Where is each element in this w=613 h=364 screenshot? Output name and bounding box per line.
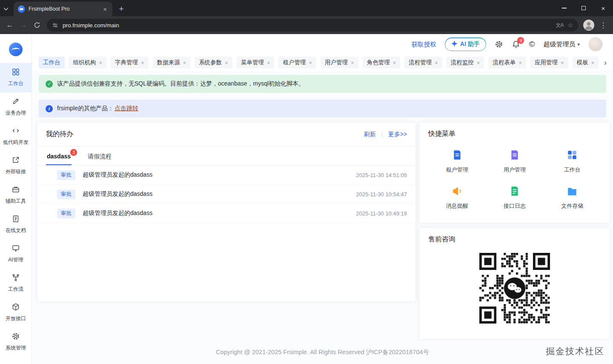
quick-menu-item-api-log[interactable]: 接口日志 <box>486 186 543 210</box>
tab-close-icon[interactable]: × <box>351 60 354 66</box>
ai-assistant-button[interactable]: AI 助手 <box>445 37 487 51</box>
page-tab-label: 用户管理 <box>325 59 348 66</box>
page-tab-label: 组织机构 <box>73 59 96 66</box>
minimize-button[interactable] <box>554 0 574 16</box>
todo-tab-label: dasdass <box>47 153 71 160</box>
tab-close-icon[interactable]: × <box>102 6 108 13</box>
page-tab[interactable]: 模板× <box>573 57 599 69</box>
page-tab[interactable]: 租户管理× <box>278 57 316 69</box>
quick-menu-item-workbench[interactable]: 工作台 <box>544 149 601 174</box>
sidebar-item-ai[interactable]: AI管理 <box>0 239 32 269</box>
sidebar-item-business[interactable]: 业务办理 <box>0 92 32 122</box>
page-tab[interactable]: 组织机构× <box>69 57 107 69</box>
todo-row[interactable]: 审批 超级管理员发起的dasdass 2025-11-30 10:49:19 <box>37 204 415 223</box>
sidebar-item-openapi[interactable]: 开放接口 <box>0 298 32 327</box>
new-tab-button[interactable]: + <box>115 3 128 15</box>
sidebar-item-workflow[interactable]: 工作流 <box>0 269 32 298</box>
url-bar[interactable]: pro.frsimple.com/main 文A ☆ <box>47 19 578 32</box>
sidebar-item-tools[interactable]: 辅助工具 <box>0 181 32 210</box>
browser-tabstrip: FrsimpleBoot Pro × + × <box>0 0 613 16</box>
sidebar: 工作台 业务办理 低代码开发 外部链接 辅助工具 在线文档 <box>0 34 32 364</box>
tabs-scroll-right-icon[interactable]: › <box>600 54 610 71</box>
page-tab[interactable]: 流程监控× <box>447 57 484 69</box>
todo-row[interactable]: 审批 超级管理员发起的dasdass 2025-11-30 10:54:47 <box>37 185 415 204</box>
page-tab-workbench[interactable]: 工作台 <box>39 57 65 69</box>
get-license-link[interactable]: 获取授权 <box>412 40 436 49</box>
sidebar-item-system[interactable]: 系统管理 <box>0 327 32 357</box>
todo-tab-label: 请假流程 <box>88 153 112 160</box>
site-info-icon[interactable] <box>52 22 58 29</box>
back-button[interactable]: ← <box>3 19 16 32</box>
browser-menu-icon[interactable]: ⋮ <box>597 19 610 32</box>
more-link[interactable]: 更多>> <box>388 131 407 138</box>
page-tab[interactable]: 流程表单× <box>488 57 526 69</box>
tab-close-icon[interactable]: × <box>309 60 312 66</box>
app-logo[interactable] <box>7 41 24 60</box>
sidebar-item-label: AI管理 <box>8 256 23 264</box>
main-body: ✓ 该产品提供信创兼容支持，无SQL硬编码。目前提供：达梦，oceanbase，… <box>32 71 613 364</box>
tab-close-icon[interactable]: × <box>591 60 595 66</box>
page-tab-label: 流程监控 <box>451 59 474 66</box>
todo-card: 我的待办 刷新 更多>> dasdass 3 <box>37 123 415 301</box>
sidebar-item-workbench[interactable]: 工作台 <box>0 63 32 92</box>
tab-close-icon[interactable]: × <box>225 60 228 66</box>
tab-close-icon[interactable]: × <box>393 60 396 66</box>
quick-menu-item-file-storage[interactable]: 文件存储 <box>544 186 601 210</box>
page-tab[interactable]: 数据来源× <box>153 57 191 69</box>
page-tab[interactable]: 应用管理× <box>530 57 568 69</box>
notifications-bell-icon[interactable]: 9 <box>512 40 520 49</box>
page-tab[interactable]: 字典管理× <box>111 57 149 69</box>
browser-chrome: FrsimpleBoot Pro × + × ← → pro.frsimple.… <box>0 0 613 34</box>
sidebar-item-external-links[interactable]: 外部链接 <box>0 151 32 181</box>
sidebar-item-label: 业务办理 <box>6 109 26 117</box>
sidebar-item-lowcode[interactable]: 低代码开发 <box>0 122 32 151</box>
todo-row[interactable]: 审批 超级管理员发起的dasdass 2025-11-30 14:51:05 <box>37 166 415 185</box>
settings-gear-icon[interactable] <box>495 40 503 49</box>
user-avatar[interactable] <box>588 37 603 52</box>
tab-close-icon[interactable]: × <box>518 60 522 66</box>
tab-close-icon[interactable]: × <box>183 60 186 66</box>
page-tab[interactable]: 流程管理× <box>404 57 442 69</box>
pencil-icon <box>11 97 20 107</box>
tab-close-icon[interactable]: × <box>141 60 144 66</box>
translate-icon[interactable]: 文A <box>556 22 563 29</box>
success-banner-text: 该产品提供信创兼容支持，无SQL硬编码。目前提供：达梦，oceanbase，my… <box>57 80 304 88</box>
close-window-button[interactable]: × <box>593 0 613 16</box>
url-text[interactable]: pro.frsimple.com/main <box>63 22 551 29</box>
quick-menu-label: 用户管理 <box>504 166 526 174</box>
page-tab[interactable]: 角色管理× <box>363 57 401 69</box>
refresh-link[interactable]: 刷新 <box>364 131 376 138</box>
tab-close-icon[interactable]: × <box>561 60 564 66</box>
copyright-icon[interactable]: © <box>529 40 535 49</box>
browser-tab[interactable]: FrsimpleBoot Pro × <box>14 2 112 16</box>
tab-close-icon[interactable]: × <box>477 60 480 66</box>
todo-tab-leave-flow[interactable]: 请假流程 <box>87 146 112 165</box>
tab-close-icon[interactable]: × <box>435 60 438 66</box>
content: 我的待办 刷新 更多>> dasdass 3 <box>32 118 613 341</box>
page-tab[interactable]: 菜单管理× <box>237 57 275 69</box>
tab-search-chevron-icon[interactable] <box>0 2 12 16</box>
refresh-button[interactable] <box>31 19 43 32</box>
page-tab[interactable]: 用户管理× <box>321 57 358 69</box>
megaphone-icon <box>452 186 463 198</box>
maximize-button[interactable] <box>574 0 593 16</box>
jump-link[interactable]: 点击跳转 <box>115 105 138 112</box>
todo-tab-dasdass[interactable]: dasdass 3 <box>46 146 72 165</box>
quick-menu-item-message[interactable]: 消息提醒 <box>428 186 486 210</box>
ai-assistant-label: AI 助手 <box>460 40 480 48</box>
user-role-dropdown[interactable]: 超级管理员 ▾ <box>543 40 580 49</box>
browser-profile-avatar[interactable] <box>583 20 594 31</box>
page-tab[interactable]: 系统参数× <box>195 57 232 69</box>
todo-item-title: 超级管理员发起的dasdass <box>83 190 152 198</box>
quick-menu-item-user[interactable]: 用户管理 <box>486 149 543 174</box>
tab-close-icon[interactable]: × <box>99 60 103 66</box>
bookmark-star-icon[interactable]: ☆ <box>567 22 573 29</box>
sidebar-item-label: 开放接口 <box>6 315 26 322</box>
workbench-grid-icon <box>567 149 578 162</box>
approval-tag: 审批 <box>57 189 75 199</box>
forward-button[interactable]: → <box>17 19 30 32</box>
tab-close-icon[interactable]: × <box>267 60 270 66</box>
success-banner: ✓ 该产品提供信创兼容支持，无SQL硬编码。目前提供：达梦，oceanbase，… <box>39 75 606 93</box>
sidebar-item-docs[interactable]: 在线文档 <box>0 210 32 239</box>
quick-menu-item-tenant[interactable]: 租户管理 <box>428 149 486 174</box>
